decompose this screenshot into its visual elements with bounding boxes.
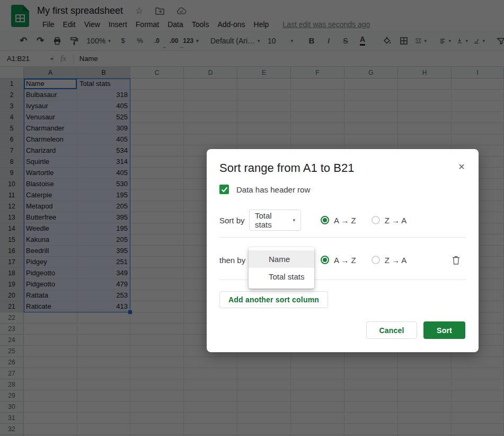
sort-desc-radio[interactable] [372,216,380,224]
header-row-label: Data has header row [236,185,310,194]
sort-by-label: Sort by [219,216,249,225]
dialog-title: Sort range from A1 to B21 [219,161,354,175]
close-icon[interactable]: ✕ [456,162,467,172]
column-option-total-stats[interactable]: Total stats [249,268,314,285]
header-row-checkbox[interactable] [219,185,229,194]
then-asc-radio[interactable] [321,256,329,264]
column-option-name[interactable]: Name [249,250,314,268]
delete-sort-column-icon[interactable] [452,255,461,267]
sort-button[interactable]: Sort [423,321,465,339]
then-by-label: then by [219,256,249,265]
sort-by-column-select[interactable]: Total stats ▾ [249,210,301,231]
chevron-down-icon: ▾ [293,217,295,223]
dialog-divider [219,237,466,238]
sort-asc-radio[interactable] [321,216,329,224]
column-dropdown-menu: NameTotal stats [249,247,314,289]
sort-range-dialog: Sort range from A1 to B21 ✕ Data has hea… [207,149,479,352]
cancel-button[interactable]: Cancel [366,321,417,339]
add-sort-column-button[interactable]: Add another sort column [219,291,328,308]
then-desc-radio[interactable] [372,256,380,264]
